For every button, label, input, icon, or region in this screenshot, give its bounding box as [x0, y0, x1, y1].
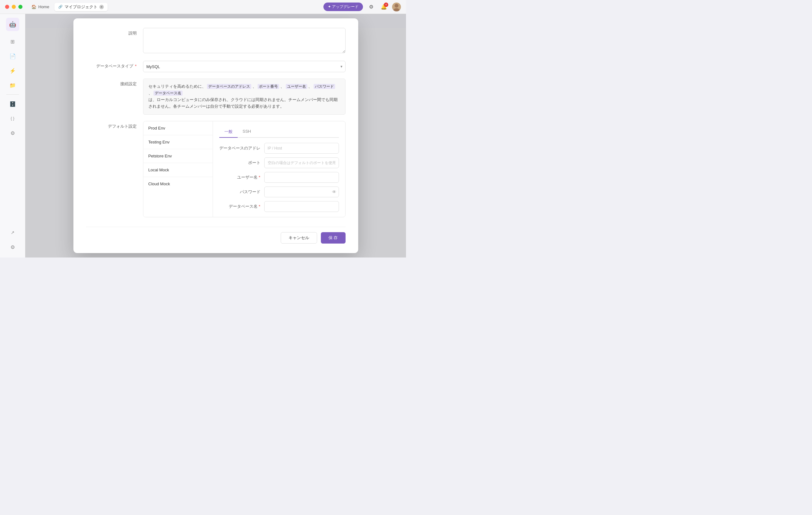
highlight-db-address: データベースのアドレス [207, 84, 251, 89]
password-input-wrapper: 👁 [264, 187, 339, 197]
close-button[interactable] [5, 5, 9, 9]
sidebar-item-api[interactable]: ⚡ [5, 64, 20, 77]
description-row: 説明 [86, 28, 346, 54]
highlight-username: ユーザー名 [286, 84, 307, 89]
password-visibility-toggle[interactable]: 👁 [332, 189, 337, 194]
sidebar-item-file[interactable]: 📄 [5, 49, 20, 63]
config-tab-general[interactable]: 一般 [219, 126, 238, 138]
api-icon: ⚡ [9, 68, 16, 74]
conn-info-text1: セキュリティを高めるために、 [148, 84, 206, 89]
conn-settings-row: 接続設定 セキュリティを高めるために、 データベースのアドレス 、 ポート番号 … [86, 79, 346, 114]
conn-info-control: セキュリティを高めるために、 データベースのアドレス 、 ポート番号 、 ユーザ… [143, 79, 346, 114]
share-icon: ↗ [11, 230, 14, 235]
titlebar-right: ✦ アップグレード ⚙ 🔔 4 [323, 3, 401, 11]
maximize-button[interactable] [18, 5, 23, 9]
folder-icon: 📁 [9, 82, 16, 88]
highlight-db-name: データベース名 [153, 90, 182, 96]
password-input[interactable] [264, 187, 339, 197]
default-settings-body: Prod Env Testing Env Petstore Env Local … [143, 121, 346, 217]
config-tab-ssh-label: SSH [243, 129, 251, 134]
env-item-petstore-label: Petstore Env [148, 154, 172, 158]
env-item-local-mock[interactable]: Local Mock [143, 163, 213, 177]
config-row-db-address: データベースのアドレ [219, 143, 339, 154]
description-label: 説明 [86, 28, 143, 36]
svg-point-1 [393, 8, 400, 11]
env-item-prod-label: Prod Env [148, 126, 165, 131]
settings-icon-button[interactable]: ⚙ [367, 3, 376, 11]
grid-icon: ⊞ [10, 38, 14, 45]
conn-info-text2: は、ローカルコンピュータにのみ保存され、クラウドには同期されません。チームメンバ… [148, 97, 338, 109]
env-config-panel: 一般 SSH データベースのアドレ [213, 121, 345, 217]
database-icon: 🗄️ [9, 101, 16, 107]
username-input[interactable] [264, 172, 339, 183]
link-icon: 🔗 [58, 5, 63, 9]
minimize-button[interactable] [12, 5, 16, 9]
app-logo: 🤖 [6, 18, 19, 31]
db-type-control: MySQL PostgreSQL SQLite MongoDB Redis ▾ [143, 61, 346, 72]
default-settings-row: デフォルト設定 Prod Env Testing Env [86, 121, 346, 217]
file-icon: 📄 [9, 53, 16, 59]
config-tab-general-label: 一般 [224, 129, 233, 134]
titlebar: 🏠 Home 🔗 マイプロジェクト ✕ ✦ アップグレード ⚙ 🔔 4 [0, 0, 406, 14]
password-label: パスワード [219, 189, 260, 195]
env-item-cloud-mock[interactable]: Cloud Mock [143, 177, 213, 191]
sidebar-item-folder[interactable]: 📁 [5, 79, 20, 92]
db-name-input[interactable] [264, 201, 339, 212]
db-type-label: データベースタイプ * [86, 61, 143, 69]
tab-bar: 🏠 Home 🔗 マイプロジェクト ✕ [28, 3, 108, 11]
highlight-password: パスワード [314, 84, 335, 89]
cancel-button[interactable]: キャンセル [281, 232, 317, 244]
tab-close-button[interactable]: ✕ [99, 5, 104, 9]
config-row-db-name: データベース名 * [219, 201, 339, 212]
config-row-username: ユーザー名 * [219, 172, 339, 183]
sidebar-item-share[interactable]: ↗ [5, 226, 20, 239]
description-textarea[interactable] [143, 28, 346, 53]
db-type-select[interactable]: MySQL PostgreSQL SQLite MongoDB Redis [143, 61, 346, 72]
config-tab-ssh[interactable]: SSH [238, 126, 256, 138]
db-name-label: データベース名 * [219, 204, 260, 209]
settings-icon: ⚙ [10, 244, 15, 250]
sidebar-item-database[interactable]: 🗄️ [5, 97, 20, 111]
default-settings-control: Prod Env Testing Env Petstore Env Local … [143, 121, 346, 217]
db-address-input[interactable] [264, 143, 339, 154]
svg-point-0 [395, 4, 398, 8]
required-mark: * [135, 64, 136, 69]
save-button[interactable]: 保 存 [321, 232, 346, 244]
env-item-testing[interactable]: Testing Env [143, 135, 213, 149]
sidebar-item-settings2[interactable]: ⚙ [5, 126, 20, 140]
sidebar-item-code[interactable]: { } [5, 112, 20, 125]
db-type-row: データベースタイプ * MySQL PostgreSQL SQLite Mong… [86, 61, 346, 72]
tab-my-project-label: マイプロジェクト [64, 4, 97, 10]
highlight-port: ポート番号 [258, 84, 279, 89]
env-item-local-mock-label: Local Mock [148, 167, 169, 172]
modal-overlay: 説明 データベースタイプ * MySQL [25, 14, 406, 258]
sidebar-bottom: ↗ ⚙ [5, 226, 20, 254]
upgrade-button[interactable]: ✦ アップグレード [323, 3, 363, 11]
config-row-password: パスワード 👁 [219, 187, 339, 197]
env-item-petstore[interactable]: Petstore Env [143, 149, 213, 163]
avatar[interactable] [392, 3, 401, 11]
username-label: ユーザー名 * [219, 174, 260, 180]
sidebar: 🤖 ⊞ 📄 ⚡ 📁 🗄️ { } ⚙ ↗ ⚙ [0, 14, 25, 258]
notifications-button[interactable]: 🔔 4 [379, 3, 388, 11]
env-item-testing-label: Testing Env [148, 140, 170, 144]
tab-my-project[interactable]: 🔗 マイプロジェクト ✕ [54, 3, 108, 11]
port-input[interactable] [264, 157, 339, 168]
tab-home-label: Home [38, 4, 49, 9]
default-settings-title-label: デフォルト設定 [108, 124, 137, 129]
config-tabs: 一般 SSH [219, 126, 339, 138]
env-item-cloud-mock-label: Cloud Mock [148, 182, 170, 186]
username-required-mark: * [259, 175, 260, 180]
sidebar-item-settings[interactable]: ⚙ [5, 240, 20, 254]
db-name-required-mark: * [259, 204, 260, 209]
content-area: 説明 データベースタイプ * MySQL [25, 14, 406, 258]
tab-home[interactable]: 🏠 Home [28, 3, 53, 10]
home-icon: 🏠 [31, 4, 36, 9]
conn-info-box: セキュリティを高めるために、 データベースのアドレス 、 ポート番号 、 ユーザ… [143, 79, 346, 114]
db-address-label: データベースのアドレ [219, 145, 260, 151]
db-type-select-wrapper: MySQL PostgreSQL SQLite MongoDB Redis ▾ [143, 61, 346, 72]
notification-badge: 4 [384, 3, 388, 7]
env-item-prod[interactable]: Prod Env [143, 121, 213, 135]
code-icon: { } [11, 116, 14, 121]
sidebar-item-grid[interactable]: ⊞ [5, 35, 20, 48]
